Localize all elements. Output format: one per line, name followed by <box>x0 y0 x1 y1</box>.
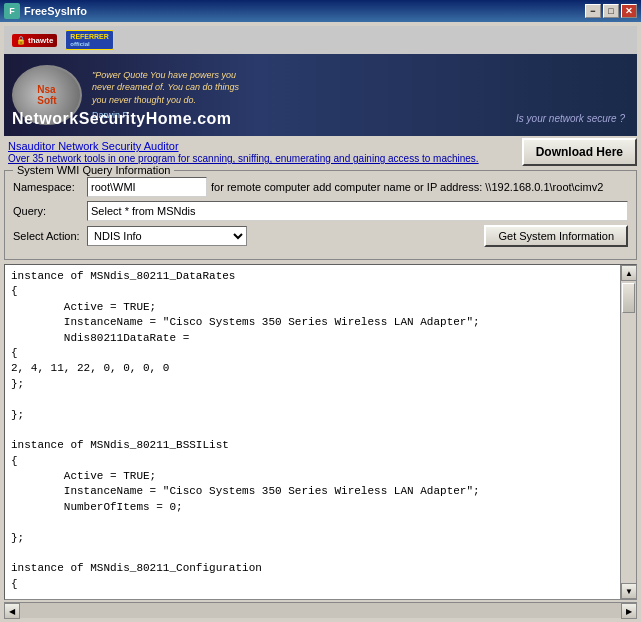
select-action-dropdown[interactable]: NDIS Info <box>87 226 247 246</box>
scroll-up-button[interactable]: ▲ <box>621 265 637 281</box>
maximize-button[interactable]: □ <box>603 4 619 18</box>
download-button[interactable]: Download Here <box>522 138 637 166</box>
select-action-label: Select Action: <box>13 230 83 242</box>
thawte-badge: 🔒 thawte <box>12 34 57 47</box>
ad-sub-link[interactable]: Over 35 network tools in one program for… <box>8 152 518 164</box>
secure-text: Is your network secure ? <box>516 113 625 124</box>
query-label: Query: <box>13 205 83 217</box>
ad-row: Nsauditor Network Security Auditor Over … <box>4 138 637 166</box>
referrer-badge: REFERRERofficial <box>65 30 114 50</box>
namespace-hint: for remote computer add computer name or… <box>211 181 628 193</box>
scroll-right-button[interactable]: ▶ <box>621 603 637 619</box>
output-container: instance of MSNdis_80211_DataRates { Act… <box>4 264 637 600</box>
ad-links: Nsauditor Network Security Auditor Over … <box>4 138 522 166</box>
titlebar: F FreeSysInfo − □ ✕ <box>0 0 641 22</box>
window-title: FreeSysInfo <box>24 5 87 17</box>
ad-title-link[interactable]: Nsauditor Network Security Auditor <box>8 140 518 152</box>
minimize-button[interactable]: − <box>585 4 601 18</box>
titlebar-left: F FreeSysInfo <box>4 3 87 19</box>
scroll-down-button[interactable]: ▼ <box>621 583 637 599</box>
query-input[interactable] <box>87 201 628 221</box>
select-action-row: Select Action: NDIS Info Get System Info… <box>13 225 628 247</box>
close-button[interactable]: ✕ <box>621 4 637 18</box>
namespace-input[interactable] <box>87 177 207 197</box>
namespace-row: Namespace: for remote computer add compu… <box>13 177 628 197</box>
app-icon: F <box>4 3 20 19</box>
vertical-scrollbar: ▲ ▼ <box>620 265 636 599</box>
scroll-left-button[interactable]: ◀ <box>4 603 20 619</box>
output-text[interactable]: instance of MSNdis_80211_DataRates { Act… <box>5 265 620 599</box>
scroll-thumb-v[interactable] <box>622 283 635 313</box>
banner-main: NsaSoft "Power Quote You have powers you… <box>4 54 637 136</box>
banner-top: 🔒 thawte REFERRERofficial <box>4 26 637 54</box>
wmi-groupbox: System WMI Query Information Namespace: … <box>4 170 637 260</box>
scroll-track-h[interactable] <box>20 603 621 618</box>
titlebar-controls: − □ ✕ <box>585 4 637 18</box>
scroll-track-v[interactable] <box>621 281 636 583</box>
wmi-group-title: System WMI Query Information <box>13 164 174 176</box>
window-body: 🔒 thawte REFERRERofficial NsaSoft "Power… <box>0 22 641 622</box>
banner: 🔒 thawte REFERRERofficial NsaSoft "Power… <box>4 26 637 136</box>
network-text: NetworkSecurityHome.com <box>12 110 232 128</box>
query-row: Query: <box>13 201 628 221</box>
namespace-label: Namespace: <box>13 181 83 193</box>
get-info-button[interactable]: Get System Information <box>484 225 628 247</box>
horizontal-scrollbar: ◀ ▶ <box>4 602 637 618</box>
